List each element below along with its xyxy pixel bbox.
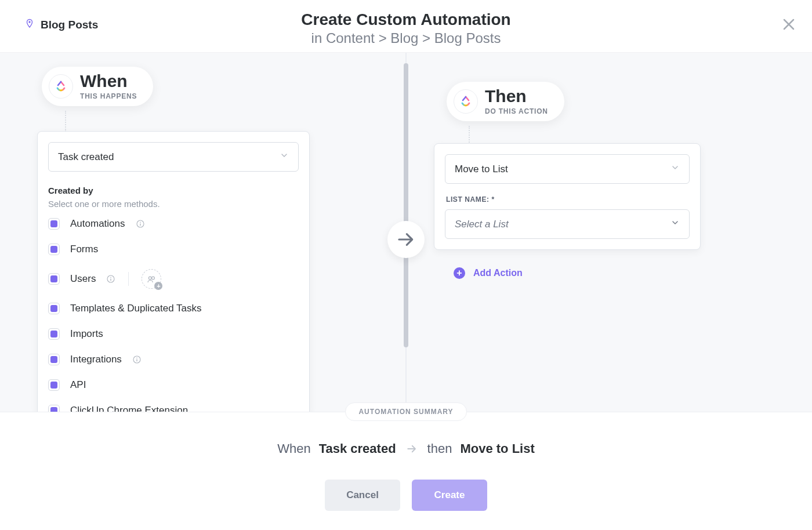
assign-users-button[interactable]: +: [142, 269, 161, 289]
plus-badge-icon: +: [154, 282, 162, 290]
connector-line: [65, 111, 66, 132]
created-by-option[interactable]: Forms: [48, 244, 299, 255]
info-icon[interactable]: [136, 219, 145, 228]
checkbox[interactable]: [48, 218, 60, 230]
modal-title: Create Custom Automation: [301, 12, 510, 28]
checkbox-checked-icon: [50, 275, 57, 282]
then-pill: Then DO THIS ACTION: [447, 82, 564, 121]
created-by-options: AutomationsFormsUsers+Templates & Duplic…: [48, 218, 299, 416]
summary-then-bold: Move to List: [460, 441, 534, 456]
option-label: Forms: [70, 244, 98, 255]
connector-line: [469, 126, 470, 144]
separator: [128, 272, 129, 286]
summary-then-prefix: then: [427, 441, 452, 456]
list-name-label: LIST NAME: *: [446, 195, 688, 204]
option-label: Integrations: [70, 354, 122, 365]
summary-line: When Task created then Move to List: [277, 441, 535, 456]
created-by-heading: Created by: [48, 186, 299, 195]
close-button[interactable]: [782, 17, 796, 31]
location-text: Blog Posts: [41, 19, 98, 31]
add-action-label: Add Action: [473, 268, 523, 278]
checkbox-checked-icon: [50, 356, 57, 363]
when-title: When: [80, 72, 137, 90]
action-dropdown[interactable]: Move to List: [445, 154, 690, 184]
checkbox[interactable]: [48, 273, 60, 285]
list-placeholder: Select a List: [455, 219, 509, 230]
create-button[interactable]: Create: [412, 480, 487, 511]
flow-arrow-button[interactable]: [387, 221, 425, 258]
created-by-option[interactable]: Templates & Duplicated Tasks: [48, 303, 299, 314]
app-logo-icon: [49, 74, 73, 99]
trigger-dropdown[interactable]: Task created: [48, 142, 299, 172]
automation-canvas: When THIS HAPPENS Task created Created b…: [0, 52, 812, 412]
checkbox[interactable]: [48, 303, 60, 314]
info-icon[interactable]: [106, 274, 115, 284]
option-label: API: [70, 379, 86, 391]
chevron-down-icon: [670, 163, 680, 175]
checkbox-checked-icon: [50, 331, 57, 337]
created-by-option[interactable]: API: [48, 379, 299, 391]
created-by-option[interactable]: Imports: [48, 328, 299, 340]
checkbox-checked-icon: [50, 382, 57, 389]
summary-pill: AUTOMATION SUMMARY: [345, 402, 466, 421]
created-by-option[interactable]: Users+: [48, 269, 299, 289]
modal-title-block: Create Custom Automation in Content > Bl…: [301, 12, 510, 45]
action-value: Move to List: [455, 164, 508, 175]
modal-subtitle: in Content > Blog > Blog Posts: [301, 31, 510, 45]
then-title: Then: [485, 88, 548, 105]
when-card: Task created Created by Select one or mo…: [37, 131, 310, 416]
cancel-button[interactable]: Cancel: [325, 480, 400, 511]
when-subtitle: THIS HAPPENS: [80, 92, 137, 100]
summary-when-bold: Task created: [319, 441, 396, 456]
checkbox[interactable]: [48, 328, 60, 340]
when-pill: When THIS HAPPENS: [42, 67, 153, 106]
created-by-option[interactable]: Automations: [48, 218, 299, 230]
checkbox-checked-icon: [50, 246, 57, 253]
checkbox[interactable]: [48, 354, 60, 365]
created-by-hint: Select one or more methods.: [48, 199, 299, 209]
summary-when-prefix: When: [277, 441, 310, 456]
option-label: Automations: [70, 218, 125, 230]
chevron-down-icon: [280, 151, 289, 163]
then-subtitle: DO THIS ACTION: [485, 107, 548, 115]
location-breadcrumb: Blog Posts: [24, 19, 98, 31]
chevron-down-icon: [670, 218, 680, 230]
info-icon[interactable]: [132, 355, 142, 364]
checkbox[interactable]: [48, 379, 60, 391]
option-label: Users: [70, 273, 96, 285]
checkbox-checked-icon: [50, 305, 57, 312]
list-select-dropdown[interactable]: Select a List: [445, 209, 690, 239]
then-card: Move to List LIST NAME: * Select a List: [434, 143, 701, 250]
plus-icon: +: [454, 267, 465, 279]
add-action-button[interactable]: + Add Action: [454, 267, 523, 279]
option-label: Imports: [70, 328, 103, 340]
created-by-option[interactable]: Integrations: [48, 354, 299, 365]
trigger-value: Task created: [58, 151, 114, 163]
modal-header: Blog Posts Create Custom Automation in C…: [0, 0, 812, 52]
app-logo-icon: [454, 89, 478, 114]
checkbox-checked-icon: [50, 220, 57, 227]
pin-icon: [24, 19, 35, 31]
checkbox[interactable]: [48, 244, 60, 255]
option-label: Templates & Duplicated Tasks: [70, 303, 201, 314]
modal-footer: AUTOMATION SUMMARY When Task created the…: [0, 412, 812, 530]
scroll-handle[interactable]: [404, 63, 408, 347]
arrow-right-icon: [404, 444, 419, 454]
